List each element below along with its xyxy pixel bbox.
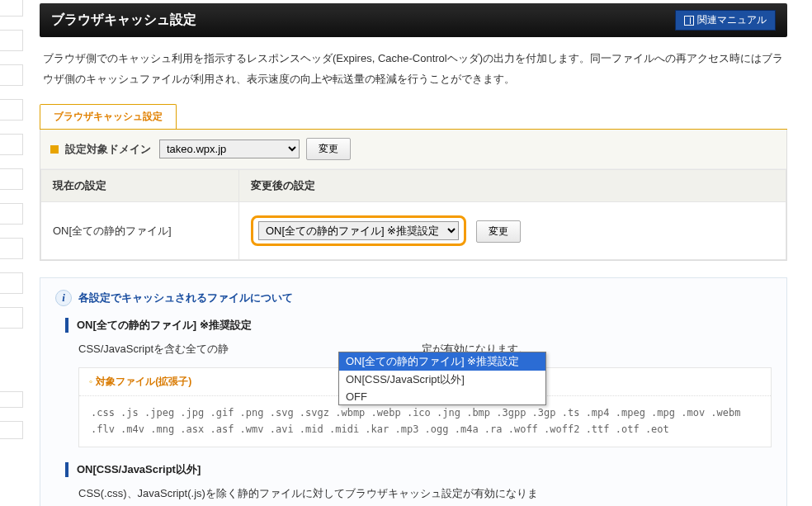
settings-panel: 設定対象ドメイン takeo.wpx.jp 変更 現在の設定 変更後の設定 ON… [40,130,787,261]
section1-title: ON[全ての静的ファイル] ※推奨設定 [65,318,772,333]
settings-table: 現在の設定 変更後の設定 ON[全ての静的ファイル] ON[全ての静的ファイル]… [40,169,786,260]
tab-row: ブラウザキャッシュ設定 [40,104,787,130]
th-after: 変更後の設定 [239,170,786,202]
after-setting-cell: ON[全ての静的ファイル] ※推奨設定 変更 [239,202,786,260]
sidebar-stubs [0,0,23,452]
domain-label: 設定対象ドメイン [65,142,151,157]
info-heading: 各設定でキャッシュされるファイルについて [78,291,293,305]
dropdown-option-all-static[interactable]: ON[全ての静的ファイル] ※推奨設定 [339,352,545,371]
manual-button-label: 関連マニュアル [697,13,767,27]
domain-row: 設定対象ドメイン takeo.wpx.jp 変更 [40,130,786,169]
bullet-icon [50,145,59,154]
info-icon: i [55,290,72,306]
dropdown-option-except-cssjs[interactable]: ON[CSS/JavaScript以外] [339,371,545,389]
page-description: ブラウザ側でのキャッシュ利用を指示するレスポンスヘッダ(Expires, Cac… [40,37,787,104]
page-title: ブラウザキャッシュ設定 [51,12,196,29]
apply-change-button[interactable]: 変更 [476,220,521,243]
bullet-icon: ◦ [89,376,92,387]
cache-mode-select[interactable]: ON[全ての静的ファイル] ※推奨設定 [258,221,459,240]
domain-change-button[interactable]: 変更 [306,138,351,160]
section2-title: ON[CSS/JavaScript以外] [65,462,772,477]
cache-mode-dropdown[interactable]: ON[全ての静的ファイル] ※推奨設定 ON[CSS/JavaScript以外]… [338,352,546,405]
info-heading-row: i 各設定でキャッシュされるファイルについて [55,290,772,306]
manual-icon [684,16,694,26]
domain-select[interactable]: takeo.wpx.jp [159,140,300,158]
highlighted-select-wrap: ON[全ての静的ファイル] ※推奨設定 [251,215,466,246]
dropdown-option-off[interactable]: OFF [339,389,545,404]
tab-browser-cache[interactable]: ブラウザキャッシュ設定 [40,104,177,129]
section2-body: CSS(.css)、JavaScript(.js)を除く静的ファイルに対してブラ… [78,484,772,503]
current-setting-value: ON[全ての静的ファイル] [41,202,239,260]
title-bar: ブラウザキャッシュ設定 関連マニュアル [40,3,787,37]
related-manual-button[interactable]: 関連マニュアル [675,10,776,31]
th-current: 現在の設定 [41,170,239,202]
target-file-heading-label: 対象ファイル(拡張子) [96,375,191,389]
